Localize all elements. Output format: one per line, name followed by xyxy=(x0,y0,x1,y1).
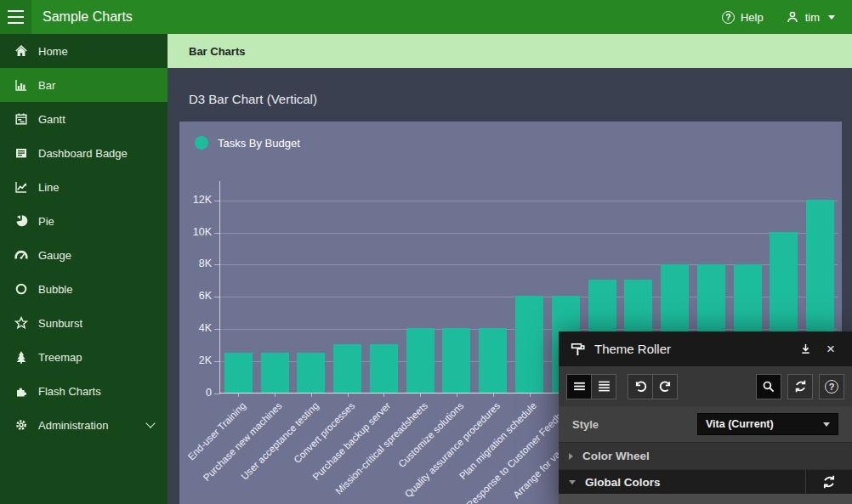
sidebar-item-label: Line xyxy=(38,181,60,194)
sidebar-item-dashboard-badge[interactable]: Dashboard Badge xyxy=(0,136,168,170)
y-axis-label: 4K xyxy=(179,322,212,334)
app-window: { "topbar": { "title": "Sample Charts", … xyxy=(0,0,852,504)
refresh-button[interactable] xyxy=(787,374,813,399)
close-icon[interactable]: × xyxy=(821,340,840,359)
bar[interactable] xyxy=(224,353,253,393)
x-axis-tick xyxy=(348,393,349,397)
sidebar-item-gauge[interactable]: Gauge xyxy=(0,238,168,272)
help-label: Help xyxy=(741,11,764,24)
sunburst-icon xyxy=(14,316,28,331)
style-label: Style xyxy=(572,418,599,431)
section-label: Global Colors xyxy=(585,476,661,489)
bar[interactable] xyxy=(297,353,325,393)
sidebar-item-administration[interactable]: Administration xyxy=(0,408,168,442)
y-axis-tick xyxy=(214,201,220,201)
style-row: Style Vita (Current) xyxy=(559,406,852,442)
style-select[interactable]: Vita (Current) xyxy=(697,413,838,435)
x-axis-tick xyxy=(493,393,494,397)
paint-roller-icon xyxy=(571,342,586,357)
x-axis-tick xyxy=(530,393,531,397)
dashboard-badge-icon xyxy=(14,146,28,161)
gantt-icon xyxy=(14,112,28,127)
app-title: Sample Charts xyxy=(43,9,133,25)
x-axis-tick xyxy=(238,393,239,397)
x-axis-tick xyxy=(275,393,275,397)
sidebar-item-pie[interactable]: Pie xyxy=(0,204,168,238)
history-button-group xyxy=(628,374,678,399)
sidebar-item-label: Gantt xyxy=(38,113,65,126)
section-label: Color Wheel xyxy=(582,450,650,462)
style-select-value: Vita (Current) xyxy=(706,418,774,430)
bar-chart-icon xyxy=(14,78,28,93)
sidebar-item-gantt[interactable]: Gantt xyxy=(0,102,168,136)
download-icon[interactable] xyxy=(796,340,815,359)
hamburger-icon[interactable] xyxy=(0,0,31,34)
bar[interactable] xyxy=(333,344,361,393)
bubble-chart-icon xyxy=(14,282,28,297)
y-axis-tick xyxy=(214,264,220,265)
section-color-wheel[interactable]: Color Wheel xyxy=(559,442,852,469)
sidebar-item-flash-charts[interactable]: Flash Charts xyxy=(0,374,168,408)
help-circle-icon: ? xyxy=(722,11,735,24)
theme-roller-toolbar: ? xyxy=(559,366,852,406)
sidebar-item-bubble[interactable]: Bubble xyxy=(0,272,168,306)
treemap-icon xyxy=(14,350,28,365)
y-axis-label: 2K xyxy=(179,354,212,366)
theme-roller-header: Theme Roller × xyxy=(559,331,852,366)
person-icon xyxy=(786,10,799,24)
x-axis-label: Customize solutions xyxy=(396,400,465,469)
sidebar-nav: HomeBarGanttDashboard BadgeLinePieGaugeB… xyxy=(0,34,168,504)
legend-dot xyxy=(195,136,208,150)
legend-item[interactable]: Tasks By Budget xyxy=(195,136,300,150)
gridline xyxy=(220,233,838,234)
redo-button[interactable] xyxy=(652,374,678,399)
top-bar: Sample Charts ? Help tim xyxy=(0,0,852,34)
bar[interactable] xyxy=(515,296,543,393)
y-axis-label: 8K xyxy=(179,258,212,269)
y-axis-tick xyxy=(214,394,220,394)
caret-down-icon xyxy=(828,15,835,20)
theme-roller-title: Theme Roller xyxy=(594,342,789,356)
sidebar-item-sunburst[interactable]: Sunburst xyxy=(0,306,168,340)
y-axis-tick xyxy=(214,297,220,297)
sidebar-item-bar[interactable]: Bar xyxy=(0,68,168,102)
sync-icon xyxy=(793,379,808,394)
x-axis-label: Convert processes xyxy=(292,400,356,465)
sidebar-item-label: Pie xyxy=(38,215,54,228)
sidebar-item-label: Treemap xyxy=(38,351,82,364)
bar[interactable] xyxy=(261,353,289,393)
help-circle-icon: ? xyxy=(825,380,838,394)
search-button[interactable] xyxy=(756,374,781,399)
bar[interactable] xyxy=(479,328,507,393)
undo-button[interactable] xyxy=(628,374,653,399)
help-button[interactable]: ? xyxy=(819,374,844,399)
user-name: tim xyxy=(805,11,820,24)
compact-spacing-button[interactable] xyxy=(566,374,592,399)
sidebar-item-label: Bubble xyxy=(38,283,72,296)
legend-label: Tasks By Budget xyxy=(218,137,300,150)
reset-global-colors-button[interactable] xyxy=(805,470,852,494)
sidebar-item-home[interactable]: Home xyxy=(0,34,168,68)
flash-charts-icon xyxy=(14,384,28,399)
bar[interactable] xyxy=(370,344,398,393)
sidebar-item-line[interactable]: Line xyxy=(0,170,168,204)
gridline xyxy=(220,201,838,201)
bar[interactable] xyxy=(442,328,470,393)
chevron-down-icon xyxy=(569,480,576,484)
lines-4-icon xyxy=(597,379,611,394)
redo-icon xyxy=(658,379,673,394)
chevron-down-icon xyxy=(145,418,155,428)
section-global-colors-toggle[interactable]: Global Colors xyxy=(559,470,805,494)
sidebar-item-label: Administration xyxy=(38,419,108,432)
user-menu-button[interactable]: tim xyxy=(786,10,835,24)
bar[interactable] xyxy=(406,328,435,393)
x-axis-tick xyxy=(457,393,457,397)
comfortable-spacing-button[interactable] xyxy=(591,374,616,399)
x-axis-tick xyxy=(311,393,312,397)
sidebar-item-treemap[interactable]: Treemap xyxy=(0,340,168,374)
line-chart-icon xyxy=(14,180,28,195)
help-button[interactable]: ? Help xyxy=(722,11,764,24)
spacing-button-group xyxy=(566,374,616,399)
sidebar-item-label: Flash Charts xyxy=(38,385,101,398)
undo-icon xyxy=(633,379,648,394)
